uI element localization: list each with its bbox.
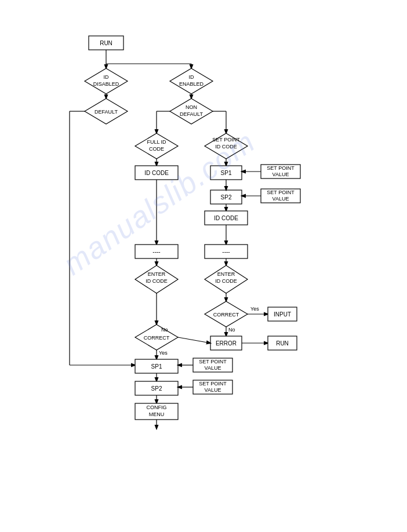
- svg-text:RUN: RUN: [276, 340, 289, 347]
- svg-text:CODE: CODE: [149, 146, 164, 152]
- svg-text:ID: ID: [104, 74, 110, 80]
- svg-text:SET POINT: SET POINT: [267, 165, 295, 171]
- svg-text:SET POINT: SET POINT: [212, 137, 240, 143]
- flowchart-container: RUN ID DISABLED ID ENABLED DEFAULT NON D…: [0, 0, 407, 532]
- svg-text:ID CODE: ID CODE: [214, 215, 238, 221]
- svg-text:VALUE: VALUE: [205, 365, 221, 371]
- svg-text:DISABLED: DISABLED: [93, 81, 119, 87]
- svg-text:FULL ID: FULL ID: [147, 139, 166, 145]
- svg-text:SET POINT: SET POINT: [199, 381, 227, 387]
- svg-text:SP1: SP1: [151, 363, 162, 370]
- svg-text:----: ----: [152, 249, 160, 255]
- svg-text:RUN: RUN: [100, 40, 112, 46]
- svg-text:ID CODE: ID CODE: [215, 278, 237, 284]
- svg-text:CORRECT: CORRECT: [213, 312, 239, 318]
- svg-text:SP2: SP2: [151, 385, 162, 392]
- svg-text:CONFIG: CONFIG: [147, 405, 167, 410]
- svg-text:SP1: SP1: [221, 170, 232, 176]
- svg-text:ENABLED: ENABLED: [179, 81, 204, 87]
- svg-text:NON: NON: [186, 104, 197, 110]
- svg-text:ID CODE: ID CODE: [215, 144, 237, 150]
- svg-line-81: [178, 337, 210, 343]
- svg-text:ID CODE: ID CODE: [144, 170, 169, 176]
- svg-text:CORRECT: CORRECT: [144, 335, 170, 341]
- svg-text:VALUE: VALUE: [272, 172, 289, 177]
- svg-text:----: ----: [222, 249, 230, 255]
- svg-text:VALUE: VALUE: [272, 196, 289, 202]
- svg-text:MENU: MENU: [149, 411, 165, 417]
- svg-text:ENTER: ENTER: [148, 271, 166, 277]
- svg-text:DEFAULT: DEFAULT: [95, 109, 118, 115]
- svg-text:DEFAULT: DEFAULT: [180, 111, 203, 117]
- svg-text:SET POINT: SET POINT: [199, 359, 227, 365]
- svg-text:No: No: [161, 327, 168, 333]
- svg-text:ENTER: ENTER: [217, 271, 235, 277]
- svg-text:ID CODE: ID CODE: [146, 278, 168, 284]
- svg-text:Yes: Yes: [159, 350, 168, 356]
- svg-text:VALUE: VALUE: [205, 387, 221, 393]
- svg-text:ID: ID: [189, 74, 195, 80]
- svg-text:No: No: [228, 327, 235, 333]
- svg-text:SP2: SP2: [221, 194, 232, 201]
- svg-text:SET POINT: SET POINT: [267, 190, 295, 195]
- svg-text:Yes: Yes: [250, 306, 259, 312]
- svg-text:INPUT: INPUT: [274, 311, 291, 318]
- svg-text:ERROR: ERROR: [216, 340, 237, 347]
